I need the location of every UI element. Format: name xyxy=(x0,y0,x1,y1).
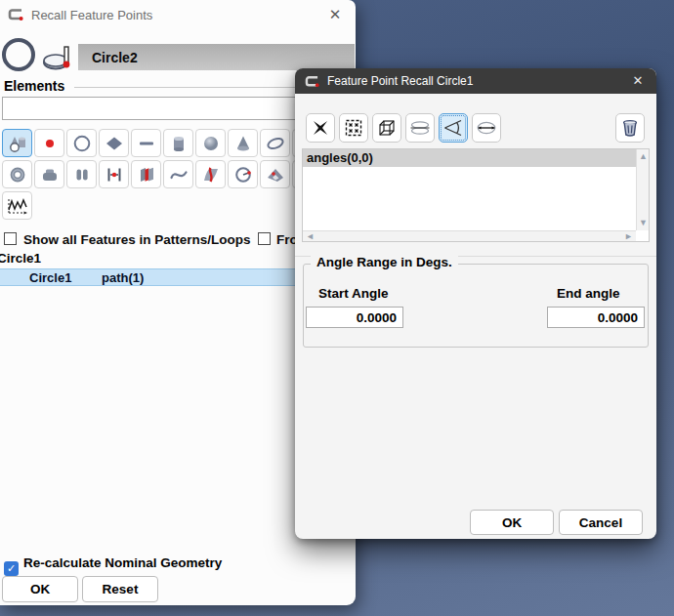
vertical-scrollbar[interactable]: ▲ ▼ xyxy=(636,149,649,230)
filter-stud-icon[interactable] xyxy=(34,160,64,188)
start-angle-label: Start Angle xyxy=(318,286,389,301)
filter-width-icon[interactable] xyxy=(99,160,129,188)
feature-reference-value: Circle2 xyxy=(92,50,138,65)
filter-line-icon[interactable] xyxy=(131,129,161,157)
filter-curve-icon[interactable] xyxy=(163,160,193,188)
clear-points-icon[interactable] xyxy=(306,113,335,143)
tree-row-name: Circle1 xyxy=(29,270,71,285)
reset-button[interactable]: Reset xyxy=(82,576,158,602)
probe-icon xyxy=(41,44,78,73)
filter-circle-icon[interactable] xyxy=(66,129,97,157)
end-angle-input[interactable] xyxy=(547,307,645,328)
show-all-features-checkbox[interactable] xyxy=(4,232,17,245)
circle-feature-icon xyxy=(2,38,35,71)
scroll-up-icon[interactable]: ▲ xyxy=(639,152,648,161)
close-icon[interactable]: ✕ xyxy=(625,70,651,92)
filter-angle-plane-icon[interactable] xyxy=(260,160,290,188)
end-angle-label: End angle xyxy=(557,286,620,301)
angle-range-groupbox xyxy=(303,264,649,348)
popup-toolbar xyxy=(306,113,501,143)
filter-plane-stack-icon[interactable] xyxy=(131,160,161,188)
feature-reference-field[interactable]: Circle2 xyxy=(78,44,355,70)
filter-diamond-icon[interactable] xyxy=(99,129,129,157)
tree-row-detail: path(1) xyxy=(102,270,144,285)
feature-point-recall-dialog: Feature Point Recall Circle1 ✕ xyxy=(295,68,656,539)
filter-cone-icon[interactable] xyxy=(228,129,258,157)
feature-filter-row1 xyxy=(2,129,322,157)
cancel-button[interactable]: Cancel xyxy=(559,510,643,535)
levels-icon[interactable] xyxy=(405,113,435,143)
popup-titlebar[interactable]: Feature Point Recall Circle1 ✕ xyxy=(295,68,656,94)
feature-filter-row3 xyxy=(2,191,32,220)
angle-range-group-title: Angle Range in Degs. xyxy=(311,255,458,269)
filter-round-slot-icon[interactable] xyxy=(228,160,258,188)
app-logo-icon xyxy=(8,8,23,21)
scroll-left-icon[interactable]: ◄ xyxy=(306,232,315,241)
app-logo-icon xyxy=(305,75,319,88)
elements-section-label: Elements xyxy=(4,78,64,94)
scroll-down-icon[interactable]: ▼ xyxy=(639,219,648,227)
popup-title-text: Feature Point Recall Circle1 xyxy=(327,74,473,88)
filter-torus-icon[interactable] xyxy=(2,160,32,188)
filter-point-icon[interactable] xyxy=(34,129,64,157)
show-all-features-label: Show all Features in Patterns/Loops xyxy=(23,232,251,247)
filter-parallel-slots-icon[interactable] xyxy=(66,160,97,188)
from-checkbox[interactable] xyxy=(258,232,271,245)
feature-filter-row2 xyxy=(2,160,322,188)
select-all-points-icon[interactable] xyxy=(339,113,368,143)
filter-cylinder-icon[interactable] xyxy=(163,129,193,157)
filter-sphere-icon[interactable] xyxy=(195,129,226,157)
delete-icon[interactable] xyxy=(615,113,645,143)
filter-ellipse-icon[interactable] xyxy=(260,129,290,157)
start-angle-input[interactable] xyxy=(306,307,403,328)
filter-all-features-icon[interactable] xyxy=(2,129,32,157)
angles-list[interactable]: angles(0,0) ▲ ▼ ◄ ► xyxy=(302,148,650,242)
bounding-box-icon[interactable] xyxy=(372,113,401,143)
recalculate-row: ✓ Re-calculate Nominal Geometry xyxy=(4,555,19,571)
filter-profile-scan-icon[interactable] xyxy=(2,191,32,220)
angles-list-selected-row[interactable]: angles(0,0) xyxy=(303,149,636,167)
diameter-range-icon[interactable] xyxy=(472,113,501,143)
scroll-right-icon[interactable]: ► xyxy=(624,232,633,241)
horizontal-scrollbar[interactable]: ◄ ► xyxy=(303,230,636,241)
close-icon[interactable]: ✕ xyxy=(324,4,346,25)
recalculate-checkbox[interactable]: ✓ xyxy=(4,561,19,576)
filter-curved-surface-icon[interactable] xyxy=(195,160,226,188)
desktop-background: Recall Feature Points ✕ Circle2 Elements xyxy=(0,0,674,616)
recall-dialog-title: Recall Feature Points xyxy=(31,8,152,22)
angle-range-icon[interactable] xyxy=(439,113,468,143)
feature-tree-parent[interactable]: Circle1 xyxy=(0,251,41,266)
recalculate-label: Re-calculate Nominal Geometry xyxy=(23,555,222,570)
ok-button[interactable]: OK xyxy=(470,510,554,535)
recall-dialog-titlebar[interactable]: Recall Feature Points ✕ xyxy=(0,0,356,29)
ok-button[interactable]: OK xyxy=(2,576,78,602)
